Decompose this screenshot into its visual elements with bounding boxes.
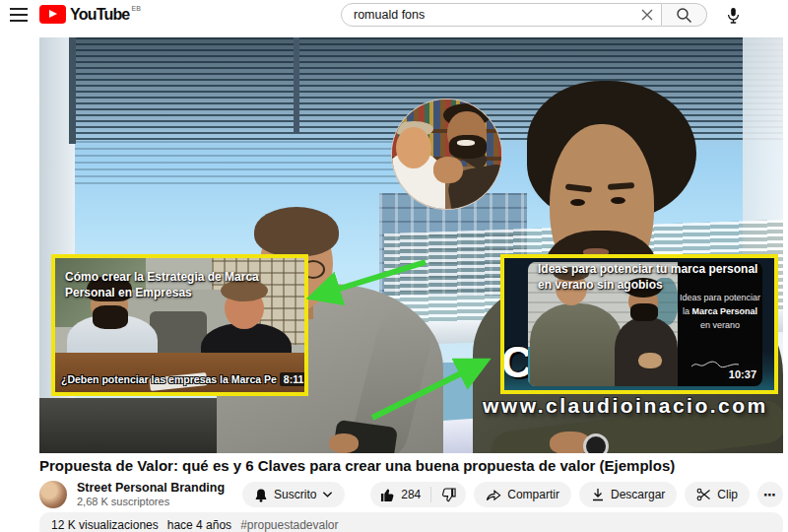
inset-left-man-head <box>396 127 431 168</box>
channel-watermark-url: www.claudioinacio.com <box>483 394 768 418</box>
thumbs-down-icon <box>441 488 456 502</box>
inset-right-man-smile <box>457 140 475 146</box>
subscribed-button[interactable]: Suscrito <box>242 482 345 507</box>
youtube-country-code: EB <box>131 5 140 13</box>
thumb-right-man-beard <box>630 303 658 321</box>
panel-line1: Ideas para potenciar <box>678 292 762 305</box>
thumb-right-man-shirt <box>615 317 678 386</box>
description-box[interactable]: 12 K visualizaciones hace 4 años #propue… <box>39 512 783 532</box>
channel-name[interactable]: Street Personal Branding <box>77 481 225 495</box>
thumb-caption-text: ¿Deben potenciar las empresas la Marca P… <box>61 373 277 385</box>
channel-avatar[interactable] <box>39 481 67 508</box>
like-count: 284 <box>401 488 421 501</box>
clip-label: Clip <box>717 488 738 501</box>
download-icon <box>591 488 605 501</box>
channel-row: Street Personal Branding 2,68 K suscript… <box>39 480 783 509</box>
thumb-caption-row: ¿Deben potenciar las empresas la Marca P… <box>61 372 302 386</box>
share-icon <box>486 488 501 501</box>
video-title: Propuesta de Valor: qué es y 6 Claves pa… <box>39 457 749 474</box>
search-box[interactable] <box>341 3 662 27</box>
subscriber-count: 2,68 K suscriptores <box>77 496 225 508</box>
right-man-eye <box>570 199 585 206</box>
thumb-chair <box>150 311 207 353</box>
panel-line2: la Marca Personal <box>678 305 762 319</box>
video-player[interactable]: Cómo crear la Estrategia de Marca Person… <box>39 37 783 453</box>
thumbs-up-icon <box>380 488 395 502</box>
thumb-right-man-hands <box>638 353 662 368</box>
share-label: Compartir <box>507 488 559 501</box>
search-input[interactable] <box>354 8 639 22</box>
like-dislike-pill: 284 <box>370 482 466 507</box>
download-button[interactable]: Descargar <box>579 482 677 507</box>
panel-line3: en verano <box>678 319 762 333</box>
search-area <box>341 3 745 27</box>
dislike-button[interactable] <box>431 482 466 507</box>
search-icon <box>676 7 692 24</box>
left-video-thumbnail[interactable]: Cómo crear la Estrategia de Marca Person… <box>51 254 308 396</box>
download-label: Descargar <box>611 488 665 501</box>
search-button[interactable] <box>662 3 707 27</box>
microphone-icon <box>726 7 741 24</box>
thumb-left-man-beard <box>93 305 128 329</box>
clear-search-icon[interactable] <box>639 7 655 23</box>
view-count: 12 K visualizaciones <box>51 518 159 532</box>
right-man-eye <box>611 197 625 204</box>
youtube-logo[interactable]: YouTube EB <box>39 5 141 24</box>
circular-inset-photo <box>391 99 502 210</box>
like-button[interactable]: 284 <box>370 482 430 507</box>
thumb-left-man-shirt <box>530 303 623 386</box>
youtube-logo-text: YouTube <box>70 5 129 24</box>
glass-ceiling-lower <box>39 141 426 188</box>
hashtag-link[interactable]: #propuestadevalor <box>240 518 338 532</box>
top-bar: YouTube EB <box>0 0 788 30</box>
duration-badge: 10:37 <box>726 366 759 383</box>
youtube-watch-page: YouTube EB <box>0 0 788 532</box>
video-actions: 284 Compartir <box>370 482 783 507</box>
chevron-down-icon <box>322 491 333 499</box>
left-man-hair <box>254 207 339 256</box>
right-video-thumbnail[interactable]: C Ideas para potenciar la Marca Pers <box>500 254 778 394</box>
window-mullion <box>69 37 76 144</box>
youtube-play-icon <box>39 5 66 24</box>
thumb-title-text: Cómo crear la Estrategia de Marca Person… <box>65 270 268 300</box>
thumb-title-text: Ideas para potenciar tu marca personal e… <box>538 262 774 293</box>
hamburger-menu-icon[interactable] <box>10 8 28 22</box>
clip-button[interactable]: Clip <box>685 482 750 507</box>
inset-right-man-beard <box>449 135 487 159</box>
right-man-watch <box>583 433 609 453</box>
bell-icon <box>254 488 268 502</box>
left-man-hand <box>329 433 359 453</box>
voice-search-button[interactable] <box>721 3 745 27</box>
subscribed-label: Suscrito <box>274 488 316 501</box>
more-actions-button[interactable]: ⋯ <box>757 482 783 507</box>
channel-meta: Street Personal Branding 2,68 K suscript… <box>77 481 225 507</box>
window-mullion <box>294 37 299 132</box>
scissors-icon <box>696 488 711 501</box>
share-button[interactable]: Compartir <box>474 482 571 507</box>
duration-badge: 8:11 <box>280 372 307 386</box>
inset-pointing-fist <box>433 157 463 183</box>
video-age: hace 4 años <box>167 518 231 532</box>
